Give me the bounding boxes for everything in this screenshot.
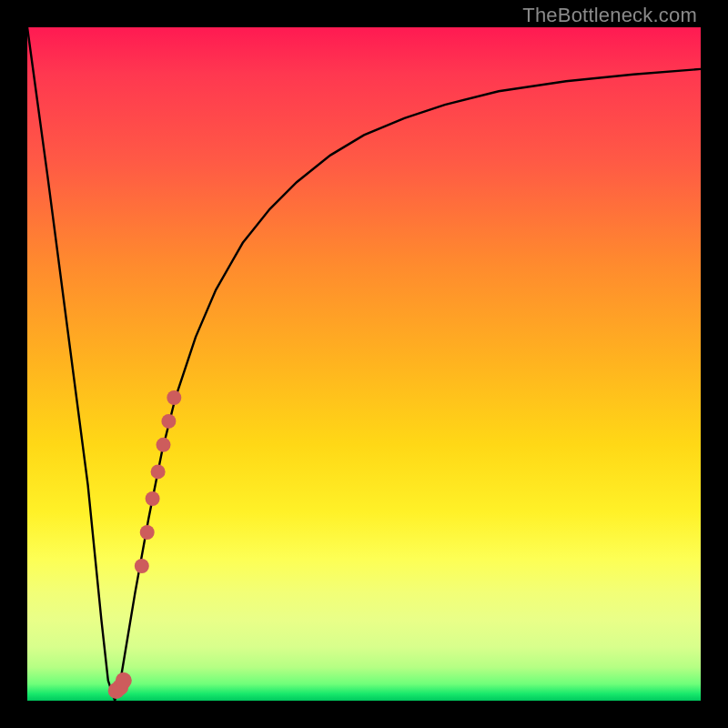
chart-frame: TheBottleneck.com xyxy=(0,0,728,728)
highlight-point xyxy=(116,672,132,689)
highlight-point xyxy=(157,438,171,452)
highlight-point xyxy=(161,414,176,429)
curve-layer xyxy=(27,27,701,701)
highlight-point xyxy=(167,390,181,405)
highlight-point xyxy=(151,464,166,479)
plot-area xyxy=(27,27,701,701)
highlight-point xyxy=(140,525,155,540)
bottleneck-curve xyxy=(27,27,701,701)
highlight-point xyxy=(146,491,160,506)
highlight-point xyxy=(135,559,149,573)
watermark-text: TheBottleneck.com xyxy=(522,4,697,27)
